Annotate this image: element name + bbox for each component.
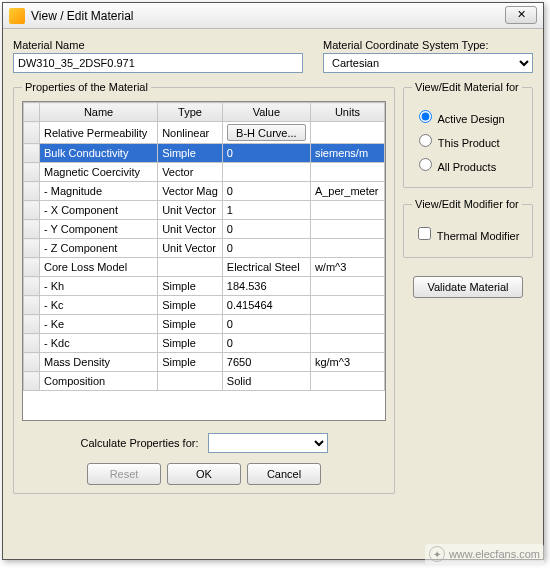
cell-units[interactable]: siemens/m — [310, 144, 384, 163]
table-row[interactable]: - KdcSimple0 — [24, 334, 385, 353]
row-header[interactable] — [24, 296, 40, 315]
table-row[interactable]: - KeSimple0 — [24, 315, 385, 334]
cell-type[interactable] — [158, 258, 223, 277]
table-row[interactable]: - Z ComponentUnit Vector0 — [24, 239, 385, 258]
cell-units[interactable] — [310, 239, 384, 258]
cell-value[interactable]: 0.415464 — [222, 296, 310, 315]
table-row[interactable]: Magnetic CoercivityVector — [24, 163, 385, 182]
table-row[interactable]: - KhSimple184.536 — [24, 277, 385, 296]
cell-name[interactable]: Magnetic Coercivity — [40, 163, 158, 182]
cell-type[interactable]: Simple — [158, 296, 223, 315]
cell-type[interactable]: Simple — [158, 144, 223, 163]
row-header[interactable] — [24, 277, 40, 296]
cell-units[interactable] — [310, 201, 384, 220]
table-row[interactable]: Core Loss ModelElectrical Steelw/m^3 — [24, 258, 385, 277]
cell-value[interactable] — [222, 163, 310, 182]
calc-props-select[interactable] — [208, 433, 328, 453]
radio-this-product-input[interactable] — [419, 134, 432, 147]
row-header[interactable] — [24, 372, 40, 391]
col-type[interactable]: Type — [158, 103, 223, 122]
validate-material-button[interactable]: Validate Material — [413, 276, 523, 298]
table-row[interactable]: - Y ComponentUnit Vector0 — [24, 220, 385, 239]
row-header[interactable] — [24, 122, 40, 144]
cell-value[interactable]: 1 — [222, 201, 310, 220]
cell-value[interactable]: 184.536 — [222, 277, 310, 296]
cell-units[interactable] — [310, 372, 384, 391]
row-header[interactable] — [24, 144, 40, 163]
cell-type[interactable]: Simple — [158, 334, 223, 353]
material-name-input[interactable] — [13, 53, 303, 73]
cell-type[interactable]: Simple — [158, 277, 223, 296]
cell-type[interactable]: Unit Vector — [158, 201, 223, 220]
cell-value[interactable]: 0 — [222, 144, 310, 163]
cell-name[interactable]: - Kh — [40, 277, 158, 296]
coord-system-select[interactable]: Cartesian — [323, 53, 533, 73]
cell-value[interactable]: Solid — [222, 372, 310, 391]
cell-name[interactable]: Core Loss Model — [40, 258, 158, 277]
cell-name[interactable]: - Kc — [40, 296, 158, 315]
cell-name[interactable]: Bulk Conductivity — [40, 144, 158, 163]
table-row[interactable]: - X ComponentUnit Vector1 — [24, 201, 385, 220]
cell-value[interactable]: 0 — [222, 239, 310, 258]
cell-type[interactable]: Vector Mag — [158, 182, 223, 201]
table-row[interactable]: - MagnitudeVector Mag0A_per_meter — [24, 182, 385, 201]
cell-units[interactable] — [310, 334, 384, 353]
properties-grid[interactable]: Name Type Value Units Relative Permeabil… — [22, 101, 386, 421]
cell-value[interactable]: 7650 — [222, 353, 310, 372]
table-row[interactable]: Relative PermeabilityNonlinearB-H Curve.… — [24, 122, 385, 144]
ok-button[interactable]: OK — [167, 463, 241, 485]
cell-units[interactable]: kg/m^3 — [310, 353, 384, 372]
cell-name[interactable]: Relative Permeability — [40, 122, 158, 144]
row-header[interactable] — [24, 239, 40, 258]
radio-active-design[interactable]: Active Design — [414, 107, 522, 125]
cancel-button[interactable]: Cancel — [247, 463, 321, 485]
col-units[interactable]: Units — [310, 103, 384, 122]
cell-units[interactable] — [310, 163, 384, 182]
row-header[interactable] — [24, 258, 40, 277]
cell-type[interactable]: Unit Vector — [158, 239, 223, 258]
cell-name[interactable]: - Ke — [40, 315, 158, 334]
cell-value[interactable]: 0 — [222, 182, 310, 201]
row-header[interactable] — [24, 220, 40, 239]
cell-units[interactable] — [310, 220, 384, 239]
cell-name[interactable]: Mass Density — [40, 353, 158, 372]
close-button[interactable]: ✕ — [505, 6, 537, 24]
cell-units[interactable] — [310, 277, 384, 296]
row-header[interactable] — [24, 353, 40, 372]
col-value[interactable]: Value — [222, 103, 310, 122]
table-row[interactable]: Bulk ConductivitySimple0siemens/m — [24, 144, 385, 163]
cell-units[interactable] — [310, 296, 384, 315]
cell-name[interactable]: - Z Component — [40, 239, 158, 258]
table-row[interactable]: - KcSimple0.415464 — [24, 296, 385, 315]
radio-all-products[interactable]: All Products — [414, 155, 522, 173]
cell-name[interactable]: - Kdc — [40, 334, 158, 353]
cell-name[interactable]: - X Component — [40, 201, 158, 220]
bh-curve-button[interactable]: B-H Curve... — [227, 124, 306, 141]
col-name[interactable]: Name — [40, 103, 158, 122]
thermal-modifier-input[interactable] — [418, 227, 431, 240]
cell-units[interactable] — [310, 122, 384, 144]
cell-value[interactable]: 0 — [222, 315, 310, 334]
cell-value[interactable]: 0 — [222, 334, 310, 353]
radio-this-product[interactable]: This Product — [414, 131, 522, 149]
row-header[interactable] — [24, 163, 40, 182]
thermal-modifier-check[interactable]: Thermal Modifier — [414, 224, 522, 243]
table-row[interactable]: Mass DensitySimple7650kg/m^3 — [24, 353, 385, 372]
cell-type[interactable]: Nonlinear — [158, 122, 223, 144]
cell-type[interactable]: Simple — [158, 315, 223, 334]
cell-type[interactable]: Unit Vector — [158, 220, 223, 239]
cell-units[interactable]: A_per_meter — [310, 182, 384, 201]
cell-type[interactable]: Vector — [158, 163, 223, 182]
row-header[interactable] — [24, 334, 40, 353]
cell-value[interactable]: B-H Curve... — [222, 122, 310, 144]
cell-units[interactable] — [310, 315, 384, 334]
cell-name[interactable]: - Magnitude — [40, 182, 158, 201]
row-header[interactable] — [24, 201, 40, 220]
cell-type[interactable] — [158, 372, 223, 391]
reset-button[interactable]: Reset — [87, 463, 161, 485]
cell-value[interactable]: 0 — [222, 220, 310, 239]
radio-all-products-input[interactable] — [419, 158, 432, 171]
table-row[interactable]: CompositionSolid — [24, 372, 385, 391]
row-header[interactable] — [24, 315, 40, 334]
cell-value[interactable]: Electrical Steel — [222, 258, 310, 277]
